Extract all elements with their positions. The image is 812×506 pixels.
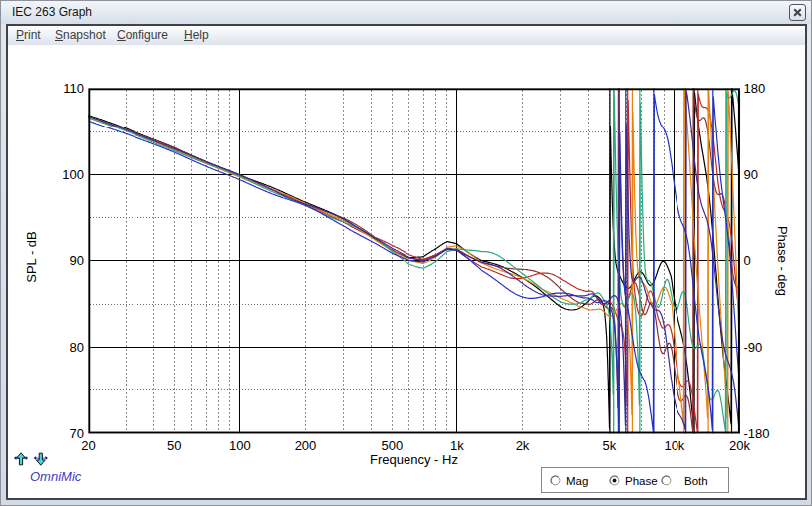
svg-text:Phase - deg: Phase - deg <box>775 226 790 296</box>
svg-text:100: 100 <box>62 167 84 182</box>
svg-text:20k: 20k <box>729 438 750 453</box>
svg-text:Phase: Phase <box>625 475 658 487</box>
svg-text:90: 90 <box>744 167 758 182</box>
svg-text:500: 500 <box>381 438 403 453</box>
svg-text:Both: Both <box>684 475 708 487</box>
svg-text:2k: 2k <box>516 438 530 453</box>
svg-text:200: 200 <box>295 438 317 453</box>
svg-text:5k: 5k <box>602 438 616 453</box>
svg-text:180: 180 <box>744 81 766 96</box>
svg-text:10k: 10k <box>664 438 684 453</box>
svg-text:20: 20 <box>81 438 95 453</box>
svg-text:Frequency - Hz: Frequency - Hz <box>370 452 458 467</box>
svg-text:OmniMic: OmniMic <box>30 469 82 484</box>
svg-text:-90: -90 <box>744 340 763 355</box>
svg-text:Mag: Mag <box>566 475 588 487</box>
svg-text:100: 100 <box>229 438 251 453</box>
svg-text:110: 110 <box>63 81 84 96</box>
svg-text:50: 50 <box>167 438 181 453</box>
svg-text:1k: 1k <box>450 438 464 453</box>
svg-text:0: 0 <box>744 253 751 268</box>
svg-text:SPL - dB: SPL - dB <box>24 231 39 283</box>
svg-text:80: 80 <box>70 340 84 355</box>
svg-text:90: 90 <box>70 253 84 268</box>
